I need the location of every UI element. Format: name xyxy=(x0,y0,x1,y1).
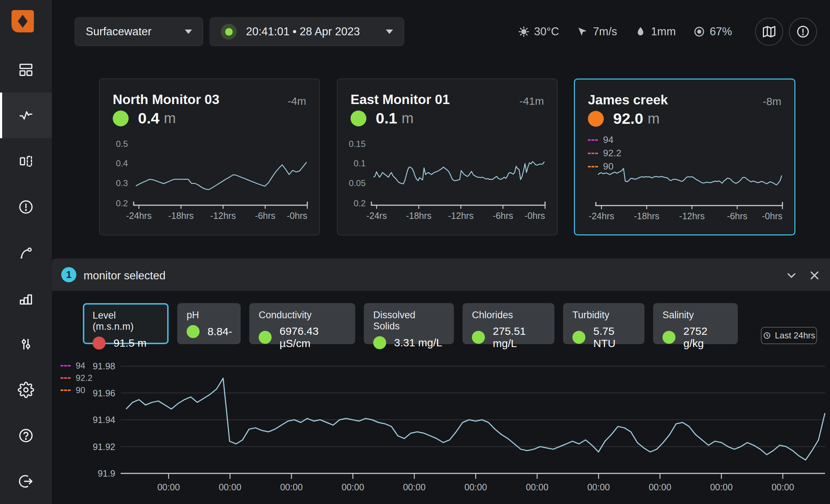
time-select-value: 20:41:01 • 28 Apr 2023 xyxy=(246,25,360,38)
mini-level-chart: 0.150.10.050.2-24rs-18hrs-12hrs-6hrs-0hr… xyxy=(348,140,548,228)
dashboard-icon xyxy=(18,62,34,78)
monitor-value: 92.0 xyxy=(613,110,643,127)
chevron-down-icon xyxy=(785,269,798,282)
chip-turbidity[interactable]: Turbidity 5.75 NTU xyxy=(563,303,644,344)
sidebar xyxy=(0,0,52,504)
svg-text:0.5: 0.5 xyxy=(116,140,128,149)
sidebar-item-dashboard[interactable] xyxy=(0,47,52,93)
chip-value: 6976.43 µS/cm xyxy=(280,325,346,350)
chip-ph[interactable]: pH 8.84- xyxy=(177,303,241,344)
monitor-card-north[interactable]: North Monitor 03 -4m 0.4 m 0.50.40.30.2-… xyxy=(99,78,320,235)
status-dot xyxy=(351,111,366,126)
alerts-button[interactable] xyxy=(789,18,817,46)
caret-down-icon xyxy=(185,30,192,34)
close-icon xyxy=(808,269,821,282)
sidebar-item-help[interactable] xyxy=(0,413,52,458)
brand-logo xyxy=(12,10,34,32)
chip-conductivity[interactable]: Conductivity 6976.43 µS/cm xyxy=(249,303,355,344)
svg-text:-24hrs: -24hrs xyxy=(126,211,152,221)
selection-panel-header xyxy=(52,258,830,291)
bar-chart-icon xyxy=(18,290,34,307)
chip-chlorides[interactable]: Chlorides 275.51 mg/L xyxy=(463,303,554,344)
map-button[interactable] xyxy=(755,18,783,46)
threshold-swatch xyxy=(61,390,71,391)
alert-circle-icon xyxy=(796,24,810,39)
monitor-title: East Monitor 01 xyxy=(351,92,450,107)
sidebar-item-settings[interactable] xyxy=(0,367,52,413)
collapse-panel-button[interactable] xyxy=(785,269,798,282)
svg-text:00:00: 00:00 xyxy=(280,482,303,492)
sidebar-item-reports[interactable] xyxy=(0,275,52,321)
chip-value: 8.84- xyxy=(208,325,232,338)
svg-text:00:00: 00:00 xyxy=(587,482,610,492)
chip-value: 275.51 mg/L xyxy=(493,325,545,350)
chip-dissolved-solids[interactable]: Dissolved Solids 3.31 mg/L xyxy=(364,303,454,344)
monitor-card-east[interactable]: East Monitor 01 -41m 0.1 m 0.150.10.050.… xyxy=(337,78,558,235)
status-dot xyxy=(662,331,675,344)
chip-label: Level (m.s.n.m) xyxy=(93,310,159,332)
columns-icon xyxy=(18,153,34,170)
svg-text:-24hrs: -24hrs xyxy=(589,211,614,221)
threshold-swatch xyxy=(61,377,71,379)
app: Surfacewater 20:41:01 • 28 Apr 2023 30°C… xyxy=(0,0,830,504)
chip-value: 91.5 m xyxy=(113,337,147,349)
svg-text:0.4: 0.4 xyxy=(116,158,128,168)
svg-text:0.3: 0.3 xyxy=(116,178,128,188)
sidebar-item-logout[interactable] xyxy=(0,458,52,504)
svg-text:91.98: 91.98 xyxy=(93,361,115,371)
sidebar-item-alerts[interactable] xyxy=(0,184,52,230)
svg-text:00:00: 00:00 xyxy=(342,482,364,492)
svg-text:-12hrs: -12hrs xyxy=(448,211,474,221)
svg-text:-24rs: -24rs xyxy=(366,211,387,221)
weather-humidity: 67% xyxy=(693,25,732,38)
dot-circle-icon xyxy=(693,26,705,38)
svg-text:-0hrs: -0hrs xyxy=(287,211,307,221)
site-select-value: Surfacewater xyxy=(86,25,152,38)
svg-text:-0hrs: -0hrs xyxy=(762,211,782,221)
sidebar-item-devices[interactable] xyxy=(0,138,52,184)
close-panel-button[interactable] xyxy=(808,269,821,282)
chip-value: 2752 g/kg xyxy=(683,325,728,350)
svg-text:0.15: 0.15 xyxy=(349,140,366,149)
chip-label: Conductivity xyxy=(259,310,346,321)
time-range-button[interactable]: Last 24hrs xyxy=(761,327,817,344)
svg-text:00:00: 00:00 xyxy=(219,482,241,492)
sidebar-item-trends[interactable] xyxy=(0,230,52,275)
monitor-value: 0.1 xyxy=(376,109,397,127)
status-dot xyxy=(93,337,106,350)
chip-salinity[interactable]: Salinity 2752 g/kg xyxy=(653,303,738,344)
svg-text:-12hrs: -12hrs xyxy=(210,211,236,221)
alert-circle-icon xyxy=(18,199,34,215)
svg-text:00:00: 00:00 xyxy=(526,482,549,492)
mini-level-chart: -24hrs-18hrs-12hrs-6hrs-0hrs xyxy=(585,140,786,228)
sidebar-item-monitoring[interactable] xyxy=(0,93,52,138)
svg-text:0.2: 0.2 xyxy=(354,198,366,208)
threshold-swatch xyxy=(61,365,71,366)
rain-value: 1mm xyxy=(651,25,676,38)
site-select[interactable]: Surfacewater xyxy=(75,17,203,46)
curve-icon xyxy=(18,244,34,261)
monitor-value: 0.4 xyxy=(138,109,160,127)
weather-strip: 30°C 7m/s 1mm 67% xyxy=(518,21,732,42)
sun-icon xyxy=(518,26,530,38)
svg-text:00:00: 00:00 xyxy=(157,482,180,492)
svg-text:-18hrs: -18hrs xyxy=(406,211,432,221)
sidebar-item-controls[interactable] xyxy=(0,321,52,367)
wind-icon xyxy=(576,26,589,38)
svg-text:00:00: 00:00 xyxy=(403,482,426,492)
monitor-delta: -8m xyxy=(763,95,781,108)
monitor-delta: -4m xyxy=(287,95,306,107)
pulse-icon xyxy=(18,107,34,124)
time-select[interactable]: 20:41:01 • 28 Apr 2023 xyxy=(210,17,404,46)
selection-panel-title: monitor selected xyxy=(84,269,165,282)
chip-label: Turbidity xyxy=(572,310,635,321)
svg-text:00:00: 00:00 xyxy=(464,482,487,492)
svg-text:0.05: 0.05 xyxy=(349,178,366,188)
chip-value: 3.31 mg/L xyxy=(394,337,442,349)
clock-icon xyxy=(763,331,771,340)
monitor-card-james-creek[interactable]: James creek -8m 92.0 m 94 92.2 90 -24hrs… xyxy=(574,78,795,235)
chip-level[interactable]: Level (m.s.n.m) 91.5 m xyxy=(83,303,169,344)
status-dot xyxy=(472,331,485,344)
level-timeseries-chart: 91.9891.9691.9491.9291.900:0000:0000:000… xyxy=(86,360,829,500)
svg-text:00:00: 00:00 xyxy=(710,482,733,492)
